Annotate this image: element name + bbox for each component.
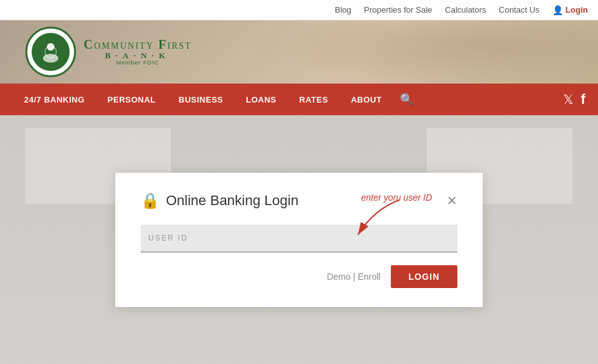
search-icon[interactable]: 🔍 <box>393 92 420 106</box>
social-links: 𝕏 f <box>563 91 585 108</box>
demo-link[interactable]: Demo <box>327 272 350 282</box>
action-row: Demo | Enroll LOGIN <box>141 265 457 288</box>
top-bar: Blog Properties for Sale Calculators Con… <box>0 0 598 20</box>
properties-link[interactable]: Properties for Sale <box>364 5 433 15</box>
user-id-group <box>141 225 457 253</box>
logo-name-community: COMMUNITY FIRST <box>84 37 192 51</box>
twitter-icon[interactable]: 𝕏 <box>563 92 573 107</box>
contact-link[interactable]: Contact Us <box>499 5 539 15</box>
login-button[interactable]: LOGIN <box>391 265 457 288</box>
navigation: 24/7 BANKING PERSONAL BUSINESS LOANS RAT… <box>0 84 598 115</box>
enroll-link[interactable]: Enroll <box>358 272 381 282</box>
main-content: enter yoru user ID 🔒 Online Banking Logi… <box>0 115 598 364</box>
svg-point-1 <box>43 54 58 63</box>
nav-loans[interactable]: LOANS <box>234 84 288 115</box>
separator: | <box>353 272 355 282</box>
calculators-link[interactable]: Calculators <box>445 5 486 15</box>
close-button[interactable]: ✕ <box>447 193 457 208</box>
header: COMMUNITY FIRST B·A·N·K Member FDIC <box>0 20 598 84</box>
nav-business[interactable]: BUSINESS <box>167 84 234 115</box>
modal-title: Online Banking Login <box>166 192 298 209</box>
logo: COMMUNITY FIRST B·A·N·K Member FDIC <box>25 27 192 77</box>
logo-fdic: Member FDIC <box>84 60 192 66</box>
nav-247banking[interactable]: 24/7 BANKING <box>13 84 96 115</box>
nav-rates[interactable]: RATES <box>288 84 340 115</box>
facebook-icon[interactable]: f <box>581 91 585 108</box>
logo-emblem <box>25 27 76 77</box>
modal-header: 🔒 Online Banking Login ✕ <box>141 192 457 210</box>
blog-link[interactable]: Blog <box>335 5 352 15</box>
user-id-input[interactable] <box>141 225 457 253</box>
lock-icon: 🔒 <box>141 192 160 210</box>
logo-text: COMMUNITY FIRST B·A·N·K Member FDIC <box>84 37 192 66</box>
logo-name-bank: B·A·N·K <box>84 51 192 60</box>
login-modal: enter yoru user ID 🔒 Online Banking Logi… <box>115 173 483 307</box>
nav-personal[interactable]: PERSONAL <box>96 84 167 115</box>
modal-title-area: 🔒 Online Banking Login <box>141 192 298 210</box>
nav-items: 24/7 BANKING PERSONAL BUSINESS LOANS RAT… <box>13 84 563 115</box>
person-icon: 👤 <box>552 5 563 15</box>
demo-enroll-links: Demo | Enroll <box>327 272 381 282</box>
nav-about[interactable]: ABOUT <box>340 84 393 115</box>
login-link[interactable]: 👤 Login <box>552 5 588 15</box>
